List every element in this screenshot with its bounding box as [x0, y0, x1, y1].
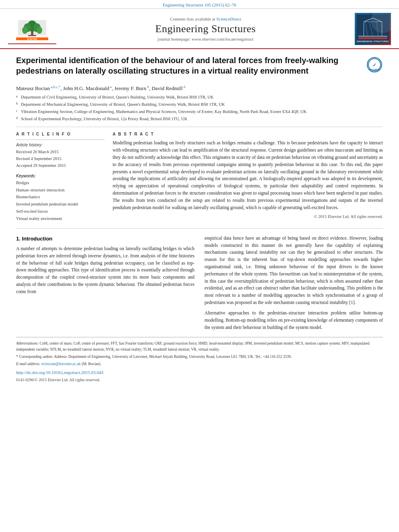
author-4: David Redmill: [152, 85, 183, 91]
crossmark-badge[interactable]: ✓ CrossMark: [367, 57, 383, 73]
intro-paragraph-3: Alternative approaches to the pedestrian…: [205, 310, 383, 331]
footnote-abbreviations: Abbreviations: CoM, centre of mass; CoP,…: [16, 341, 383, 352]
authors-line: Mateusz Bocian a,b,c,*, John H.G. Macdon…: [16, 85, 383, 92]
article-info-header: A R T I C L E I N F O: [16, 132, 105, 136]
article-dates: Received 20 March 2015 Revised 4 Septemb…: [16, 149, 105, 169]
affiliation-a: a Department of Civil Engineering, Unive…: [16, 94, 383, 101]
article-info-abstract-row: A R T I C L E I N F O Article history: R…: [16, 132, 383, 222]
body-two-col: 1. Introduction A number of attempts to …: [16, 235, 383, 331]
affiliation-b: b Department of Mechanical Engineering, …: [16, 101, 383, 108]
journal-reference: Engineering Structures 105 (2015) 62–76: [163, 2, 237, 7]
intro-paragraph-1: A number of attempts to determine pedest…: [16, 245, 195, 296]
elsevier-tree-logo: ELSEVIER: [16, 18, 48, 40]
email-link[interactable]: m.bocian@leicester.ac.uk: [41, 362, 81, 366]
affiliations: a Department of Civil Engineering, Unive…: [16, 94, 383, 122]
svg-text:CrossMark: CrossMark: [370, 69, 380, 71]
affiliation-c: c Vibration Engineering Section, College…: [16, 109, 383, 115]
divider-after-affiliations: [16, 127, 383, 127]
intro-heading-area: 1. Introduction: [16, 235, 195, 243]
author-1: Mateusz Bocian: [16, 85, 50, 91]
keyword-bridges: Bridges: [16, 179, 105, 187]
article-title: Experimental identification of the behav…: [16, 55, 361, 76]
svg-point-5: [37, 27, 42, 34]
keyword-self-excited: Self-excited forces: [16, 208, 105, 215]
abstract-header: A B S T R A C T: [113, 132, 383, 136]
svg-text:ELSEVIER: ELSEVIER: [27, 38, 37, 40]
journal-homepage: journal homepage: www.elsevier.com/locat…: [64, 37, 347, 41]
journal-center-info: Contents lists available at ScienceDirec…: [56, 16, 355, 41]
received-date: Received 20 March 2015: [16, 149, 105, 156]
affiliation-d: d School of Experimental Psychology, Uni…: [16, 116, 383, 122]
body-section: 1. Introduction A number of attempts to …: [16, 228, 383, 383]
keywords-label: Keywords:: [16, 173, 105, 178]
corresponding-label: Corresponding author.: [19, 355, 54, 359]
article-info-column: A R T I C L E I N F O Article history: R…: [16, 132, 105, 222]
issn-line: 0141-0296/© 2015 Elsevier Ltd. All right…: [16, 377, 383, 383]
content-area: Experimental identification of the behav…: [0, 49, 399, 391]
journal-logo-right: ENGINEERING STRUCTURES: [355, 13, 391, 45]
body-col-right: empirical data hence have an advantage o…: [205, 235, 383, 331]
author-3: Jeremy F. Burn: [114, 85, 146, 91]
svg-rect-20: [358, 37, 387, 39]
svg-rect-7: [28, 35, 36, 36]
keyword-inverted-pendulum: Inverted pendulum pedestrian model: [16, 201, 105, 208]
doi-link[interactable]: http://dx.doi.org/10.1016/j.engstruct.20…: [16, 369, 383, 376]
footnotes-area: Abbreviations: CoM, centre of mass; CoP,…: [16, 337, 383, 383]
abstract-text: Modelling pedestrian loading on lively s…: [113, 140, 383, 211]
abstract-column: A B S T R A C T Modelling pedestrian loa…: [113, 132, 383, 222]
article-title-section: Experimental identification of the behav…: [16, 55, 383, 80]
keyword-biomechanics: Biomechanics: [16, 193, 105, 201]
sciencedirect-line: Contents lists available at ScienceDirec…: [64, 16, 347, 21]
svg-line-15: [373, 18, 382, 22]
article-history-label: Article history:: [16, 142, 105, 147]
footnote-email: E-mail address: m.bocian@leicester.ac.uk…: [16, 361, 383, 367]
keyword-vr: Virtual reality environment: [16, 215, 105, 222]
copyright-line: © 2015 Elsevier Ltd. All rights reserved…: [113, 214, 383, 219]
svg-rect-6: [31, 32, 33, 35]
intro-section-num: 1. Introduction: [16, 236, 52, 242]
article-info-divider: [16, 140, 105, 140]
svg-point-4: [22, 27, 28, 34]
author-2: John H.G. Macdonald: [63, 85, 109, 91]
keywords-list: Bridges Human–structure interaction Biom…: [16, 179, 105, 222]
accepted-date: Accepted 29 September 2015: [16, 162, 105, 169]
sciencedirect-link[interactable]: ScienceDirect: [216, 16, 241, 21]
intro-paragraph-2: empirical data hence have an advantage o…: [205, 235, 383, 306]
svg-text:ENGINEERING STRUCTURES: ENGINEERING STRUCTURES: [357, 41, 389, 43]
elsevier-logo-area: ELSEVIER: [8, 14, 56, 44]
journal-header: ELSEVIER Contents lists available at Sci…: [0, 9, 399, 49]
body-col-left: 1. Introduction A number of attempts to …: [16, 235, 195, 331]
keyword-human-structure: Human–structure interaction: [16, 187, 105, 194]
journal-reference-bar: Engineering Structures 105 (2015) 62–76: [0, 0, 399, 9]
crossmark-icon: ✓ CrossMark: [367, 57, 382, 72]
footnote-corresponding: * Corresponding author. Address: Departm…: [16, 354, 383, 359]
svg-text:✓: ✓: [372, 62, 376, 68]
revised-date: Revised 4 September 2015: [16, 156, 105, 162]
journal-title: Engineering Structures: [64, 23, 347, 35]
